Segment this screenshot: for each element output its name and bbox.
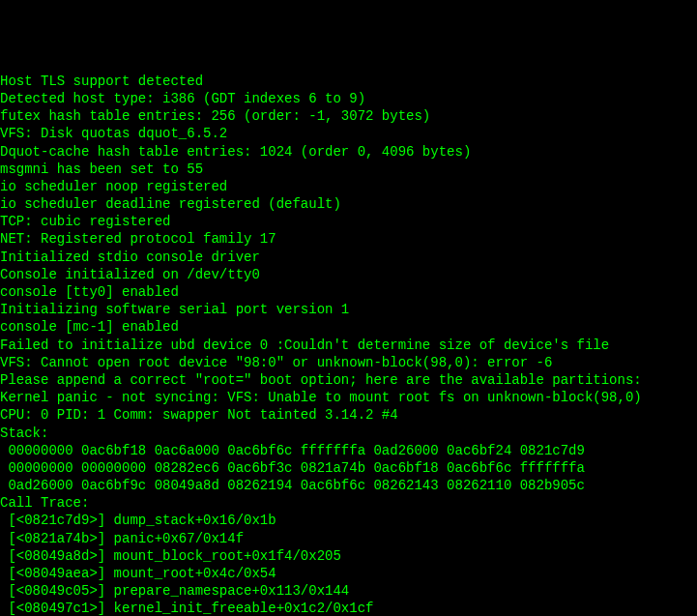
terminal-line: VFS: Cannot open root device "98:0" or u… (0, 354, 697, 371)
terminal-line: 00000000 00000000 08282ec6 0ac6bf3c 0821… (0, 459, 697, 477)
terminal-line: console [mc-1] enabled (0, 318, 697, 336)
terminal-line: Failed to initialize ubd device 0 :Could… (0, 337, 697, 354)
terminal-line: msgmni has been set to 55 (0, 161, 697, 178)
terminal-line: io scheduler deadline registered (defaul… (0, 195, 697, 213)
terminal-line: [<0821c7d9>] dump_stack+0x16/0x1b (0, 512, 697, 529)
terminal-line: CPU: 0 PID: 1 Comm: swapper Not tainted … (0, 406, 697, 424)
terminal-line: 00000000 0ac6bf18 0ac6a000 0ac6bf6c ffff… (0, 442, 697, 459)
terminal-line: [<080497c1>] kernel_init_freeable+0x1c2/… (0, 600, 697, 616)
terminal-line: Kernel panic - not syncing: VFS: Unable … (0, 389, 697, 406)
terminal-line: NET: Registered protocol family 17 (0, 230, 697, 248)
terminal-line: Host TLS support detected (0, 73, 697, 90)
terminal-line: Call Trace: (0, 494, 697, 512)
terminal-line: [<0821a74b>] panic+0x67/0x14f (0, 530, 697, 547)
terminal-line: 0ad26000 0ac6bf9c 08049a8d 08262194 0ac6… (0, 477, 697, 494)
terminal-line: Dquot-cache hash table entries: 1024 (or… (0, 143, 697, 161)
terminal-line: [<08049a8d>] mount_block_root+0x1f4/0x20… (0, 547, 697, 565)
terminal-line: console [tty0] enabled (0, 283, 697, 301)
terminal-line: io scheduler noop registered (0, 178, 697, 195)
terminal-output: Host TLS support detectedDetected host t… (0, 73, 697, 616)
terminal-line: Initializing software serial port versio… (0, 301, 697, 318)
terminal-line: VFS: Disk quotas dquot_6.5.2 (0, 125, 697, 142)
terminal-line: TCP: cubic registered (0, 213, 697, 230)
terminal-line: [<08049aea>] mount_root+0x4c/0x54 (0, 565, 697, 582)
terminal-line: Please append a correct "root=" boot opt… (0, 371, 697, 389)
terminal-line: Stack: (0, 425, 697, 442)
terminal-line: Detected host type: i386 (GDT indexes 6 … (0, 90, 697, 107)
terminal-line: [<08049c05>] prepare_namespace+0x113/0x1… (0, 582, 697, 600)
terminal-line: futex hash table entries: 256 (order: -1… (0, 107, 697, 125)
terminal-line: Initialized stdio console driver (0, 249, 697, 266)
terminal-line: Console initialized on /dev/tty0 (0, 266, 697, 283)
